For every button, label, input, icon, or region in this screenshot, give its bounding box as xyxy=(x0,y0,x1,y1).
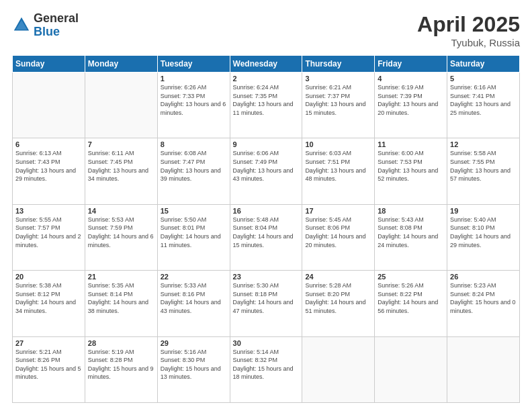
calendar-cell: 6Sunrise: 6:13 AM Sunset: 7:43 PM Daylig… xyxy=(13,138,85,204)
calendar-cell: 8Sunrise: 6:08 AM Sunset: 7:47 PM Daylig… xyxy=(157,138,230,204)
day-info: Sunrise: 5:26 AM Sunset: 8:22 PM Dayligh… xyxy=(378,281,444,315)
day-info: Sunrise: 5:16 AM Sunset: 8:30 PM Dayligh… xyxy=(161,348,227,381)
calendar-cell: 20Sunrise: 5:38 AM Sunset: 8:12 PM Dayli… xyxy=(13,271,85,336)
day-info: Sunrise: 6:21 AM Sunset: 7:37 PM Dayligh… xyxy=(305,83,371,117)
week-row-2: 6Sunrise: 6:13 AM Sunset: 7:43 PM Daylig… xyxy=(13,138,520,204)
page: General Blue April 2025 Tyubuk, Russia S… xyxy=(0,0,532,411)
day-info: Sunrise: 5:53 AM Sunset: 7:59 PM Dayligh… xyxy=(88,216,154,249)
day-info: Sunrise: 5:28 AM Sunset: 8:20 PM Dayligh… xyxy=(305,281,371,315)
day-info: Sunrise: 6:13 AM Sunset: 7:43 PM Dayligh… xyxy=(15,149,82,183)
week-row-5: 27Sunrise: 5:21 AM Sunset: 8:26 PM Dayli… xyxy=(13,336,520,402)
calendar-cell: 28Sunrise: 5:19 AM Sunset: 8:28 PM Dayli… xyxy=(85,336,157,402)
day-info: Sunrise: 6:19 AM Sunset: 7:39 PM Dayligh… xyxy=(378,83,444,117)
calendar-cell: 17Sunrise: 5:45 AM Sunset: 8:06 PM Dayli… xyxy=(302,204,375,270)
day-info: Sunrise: 5:38 AM Sunset: 8:12 PM Dayligh… xyxy=(15,281,82,315)
day-number: 19 xyxy=(450,207,517,215)
calendar-header: SundayMondayTuesdayWednesdayThursdayFrid… xyxy=(13,56,520,73)
day-number: 1 xyxy=(161,75,227,83)
calendar-cell: 24Sunrise: 5:28 AM Sunset: 8:20 PM Dayli… xyxy=(302,271,375,336)
calendar-cell: 21Sunrise: 5:35 AM Sunset: 8:14 PM Dayli… xyxy=(85,271,157,336)
day-number: 8 xyxy=(161,140,227,148)
title-block: April 2025 Tyubuk, Russia xyxy=(417,12,520,48)
header-cell-wednesday: Wednesday xyxy=(230,56,302,73)
calendar-cell: 18Sunrise: 5:43 AM Sunset: 8:08 PM Dayli… xyxy=(375,204,447,270)
day-number: 26 xyxy=(450,273,517,281)
calendar-cell: 5Sunrise: 6:16 AM Sunset: 7:41 PM Daylig… xyxy=(447,73,520,138)
calendar-cell: 16Sunrise: 5:48 AM Sunset: 8:04 PM Dayli… xyxy=(230,204,302,270)
day-info: Sunrise: 6:08 AM Sunset: 7:47 PM Dayligh… xyxy=(161,149,227,183)
day-info: Sunrise: 5:19 AM Sunset: 8:28 PM Dayligh… xyxy=(88,348,154,381)
day-number: 7 xyxy=(88,140,154,148)
day-number: 11 xyxy=(378,140,444,148)
calendar-cell: 19Sunrise: 5:40 AM Sunset: 8:10 PM Dayli… xyxy=(447,204,520,270)
day-info: Sunrise: 5:33 AM Sunset: 8:16 PM Dayligh… xyxy=(161,281,227,315)
logo-icon xyxy=(12,15,31,34)
calendar-cell: 29Sunrise: 5:16 AM Sunset: 8:30 PM Dayli… xyxy=(157,336,230,402)
day-number: 3 xyxy=(305,75,371,83)
logo: General Blue xyxy=(12,12,79,39)
calendar-table: SundayMondayTuesdayWednesdayThursdayFrid… xyxy=(12,55,520,403)
day-info: Sunrise: 6:16 AM Sunset: 7:41 PM Dayligh… xyxy=(450,83,517,117)
day-number: 5 xyxy=(450,75,517,83)
header-cell-sunday: Sunday xyxy=(13,56,85,73)
header: General Blue April 2025 Tyubuk, Russia xyxy=(12,12,520,48)
header-cell-tuesday: Tuesday xyxy=(157,56,230,73)
calendar-cell: 30Sunrise: 5:14 AM Sunset: 8:32 PM Dayli… xyxy=(230,336,302,402)
day-info: Sunrise: 5:23 AM Sunset: 8:24 PM Dayligh… xyxy=(450,281,517,315)
day-info: Sunrise: 5:43 AM Sunset: 8:08 PM Dayligh… xyxy=(378,216,444,249)
day-number: 15 xyxy=(161,207,227,215)
day-number: 16 xyxy=(233,207,300,215)
day-info: Sunrise: 6:24 AM Sunset: 7:35 PM Dayligh… xyxy=(233,83,300,117)
day-number: 14 xyxy=(88,207,154,215)
calendar-cell: 2Sunrise: 6:24 AM Sunset: 7:35 PM Daylig… xyxy=(230,73,302,138)
day-number: 6 xyxy=(15,140,82,148)
day-number: 25 xyxy=(378,273,444,281)
day-info: Sunrise: 6:06 AM Sunset: 7:49 PM Dayligh… xyxy=(233,149,300,183)
calendar-cell: 1Sunrise: 6:26 AM Sunset: 7:33 PM Daylig… xyxy=(157,73,230,138)
day-number: 29 xyxy=(161,339,227,347)
day-number: 2 xyxy=(233,75,300,83)
day-number: 24 xyxy=(305,273,371,281)
day-number: 10 xyxy=(305,140,371,148)
calendar-cell xyxy=(447,336,520,402)
day-info: Sunrise: 5:40 AM Sunset: 8:10 PM Dayligh… xyxy=(450,216,517,249)
day-number: 20 xyxy=(15,273,82,281)
calendar-cell: 9Sunrise: 6:06 AM Sunset: 7:49 PM Daylig… xyxy=(230,138,302,204)
calendar-cell: 12Sunrise: 5:58 AM Sunset: 7:55 PM Dayli… xyxy=(447,138,520,204)
week-row-1: 1Sunrise: 6:26 AM Sunset: 7:33 PM Daylig… xyxy=(13,73,520,138)
day-info: Sunrise: 5:35 AM Sunset: 8:14 PM Dayligh… xyxy=(88,281,154,315)
main-title: April 2025 xyxy=(417,12,520,37)
day-info: Sunrise: 5:48 AM Sunset: 8:04 PM Dayligh… xyxy=(233,216,300,249)
calendar-cell: 7Sunrise: 6:11 AM Sunset: 7:45 PM Daylig… xyxy=(85,138,157,204)
header-cell-monday: Monday xyxy=(85,56,157,73)
calendar-cell xyxy=(85,73,157,138)
day-info: Sunrise: 5:21 AM Sunset: 8:26 PM Dayligh… xyxy=(15,348,82,381)
day-info: Sunrise: 5:50 AM Sunset: 8:01 PM Dayligh… xyxy=(161,216,227,249)
day-info: Sunrise: 6:00 AM Sunset: 7:53 PM Dayligh… xyxy=(378,149,444,183)
calendar-cell xyxy=(375,336,447,402)
calendar-cell: 23Sunrise: 5:30 AM Sunset: 8:18 PM Dayli… xyxy=(230,271,302,336)
calendar-cell: 27Sunrise: 5:21 AM Sunset: 8:26 PM Dayli… xyxy=(13,336,85,402)
day-number: 4 xyxy=(378,75,444,83)
day-number: 28 xyxy=(88,339,154,347)
calendar-body: 1Sunrise: 6:26 AM Sunset: 7:33 PM Daylig… xyxy=(13,73,520,403)
day-info: Sunrise: 5:14 AM Sunset: 8:32 PM Dayligh… xyxy=(233,348,300,381)
calendar-cell xyxy=(302,336,375,402)
calendar-cell: 25Sunrise: 5:26 AM Sunset: 8:22 PM Dayli… xyxy=(375,271,447,336)
day-number: 21 xyxy=(88,273,154,281)
calendar-cell: 10Sunrise: 6:03 AM Sunset: 7:51 PM Dayli… xyxy=(302,138,375,204)
calendar-cell: 22Sunrise: 5:33 AM Sunset: 8:16 PM Dayli… xyxy=(157,271,230,336)
header-cell-saturday: Saturday xyxy=(447,56,520,73)
day-info: Sunrise: 5:30 AM Sunset: 8:18 PM Dayligh… xyxy=(233,281,300,315)
day-number: 13 xyxy=(15,207,82,215)
calendar-cell: 11Sunrise: 6:00 AM Sunset: 7:53 PM Dayli… xyxy=(375,138,447,204)
day-number: 22 xyxy=(161,273,227,281)
calendar-cell: 15Sunrise: 5:50 AM Sunset: 8:01 PM Dayli… xyxy=(157,204,230,270)
day-number: 23 xyxy=(233,273,300,281)
calendar-cell xyxy=(13,73,85,138)
day-number: 18 xyxy=(378,207,444,215)
day-info: Sunrise: 6:26 AM Sunset: 7:33 PM Dayligh… xyxy=(161,83,227,117)
day-number: 12 xyxy=(450,140,517,148)
day-info: Sunrise: 6:03 AM Sunset: 7:51 PM Dayligh… xyxy=(305,149,371,183)
location-subtitle: Tyubuk, Russia xyxy=(417,37,520,48)
